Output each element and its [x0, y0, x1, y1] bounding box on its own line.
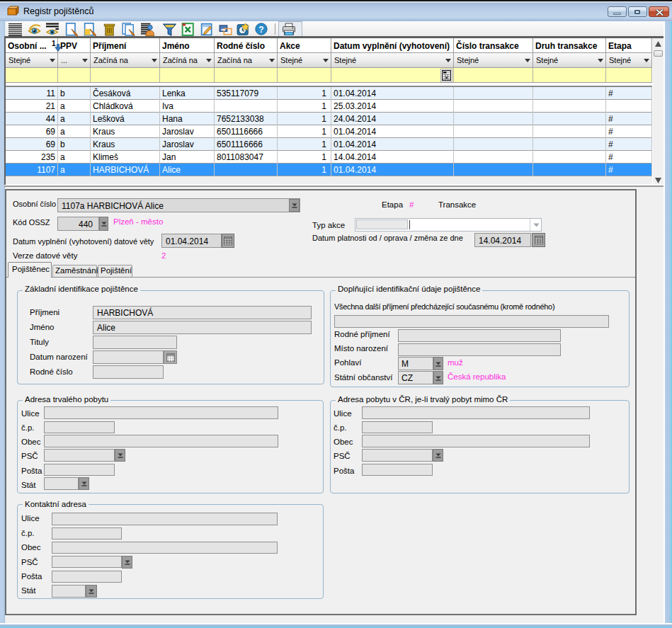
svg-text:?: ? [258, 25, 263, 35]
